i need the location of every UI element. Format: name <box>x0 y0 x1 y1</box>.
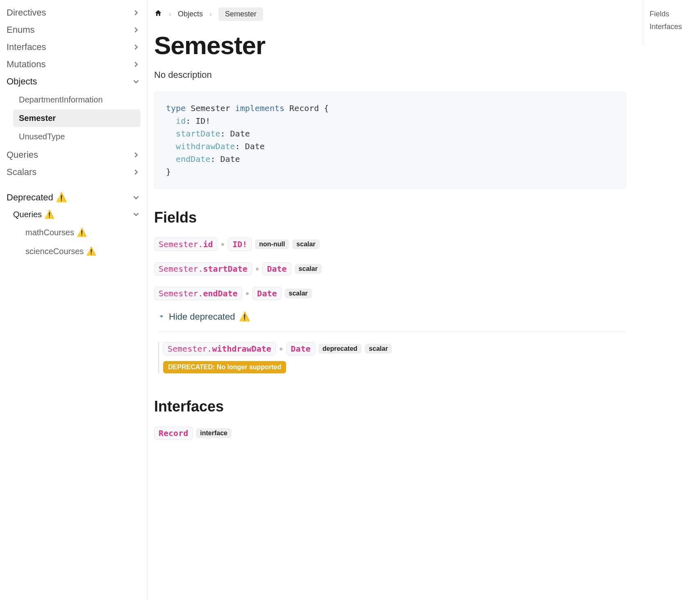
sidebar-group-deprecated[interactable]: Deprecated ⚠️ <box>7 189 141 206</box>
warning-icon: ⚠️ <box>239 311 250 322</box>
main-content: › Objects › Semester Semester No descrip… <box>148 0 643 600</box>
field-name-chip[interactable]: Semester.id <box>154 238 217 251</box>
sidebar: Directives Enums Interfaces Mutations Ob… <box>0 0 148 600</box>
sidebar-sub-deprecated-queries: mathCourses ⚠️ scienceCourses ⚠️ <box>13 223 141 260</box>
warning-icon: ⚠️ <box>86 246 96 256</box>
page-description: No description <box>154 70 626 80</box>
chevron-down-icon <box>132 77 141 86</box>
sidebar-label: Enums <box>7 25 34 35</box>
field-type-chip[interactable]: Date <box>252 287 281 300</box>
deprecated-field-block: Semester.withdrawDate ● Date deprecated … <box>158 342 626 373</box>
interface-row-record: Record interface <box>154 427 626 440</box>
sidebar-label: Mutations <box>7 59 45 70</box>
sidebar-label: Deprecated ⚠️ <box>7 192 67 203</box>
toc: Fields Interfaces <box>643 0 700 45</box>
sidebar-group-queries[interactable]: Queries <box>7 146 141 164</box>
breadcrumb-current: Semester <box>218 7 263 21</box>
sidebar-group-scalars[interactable]: Scalars <box>7 164 141 181</box>
divider <box>158 331 626 332</box>
sidebar-label: Objects <box>7 76 37 87</box>
chevron-right-icon <box>132 150 141 159</box>
sidebar-group-directives[interactable]: Directives <box>7 4 141 21</box>
field-name-chip[interactable]: Semester.startDate <box>154 262 252 275</box>
sidebar-group-enums[interactable]: Enums <box>7 21 141 39</box>
sidebar-item-unusedtype[interactable]: UnusedType <box>13 128 141 145</box>
badge-scalar: scalar <box>295 264 322 274</box>
badge-interface: interface <box>196 428 232 438</box>
field-row-withdrawdate: Semester.withdrawDate ● Date deprecated … <box>163 342 626 355</box>
sidebar-group-interfaces[interactable]: Interfaces <box>7 39 141 56</box>
field-name-chip[interactable]: Semester.endDate <box>154 287 242 300</box>
deprecated-message: DEPRECATED: No longer supported <box>163 361 286 373</box>
field-type-chip[interactable]: ID! <box>228 238 252 251</box>
sidebar-item-semester[interactable]: Semester <box>13 109 141 127</box>
chevron-down-icon <box>132 210 141 219</box>
field-type-chip[interactable]: Date <box>286 342 315 355</box>
breadcrumb-objects[interactable]: Objects <box>178 10 203 18</box>
hide-deprecated-toggle[interactable]: Hide deprecated ⚠️ <box>158 311 626 322</box>
bullet-icon: ● <box>245 290 250 297</box>
breadcrumb: › Objects › Semester <box>154 7 626 21</box>
bullet-icon: ● <box>255 265 259 273</box>
sidebar-sub-deprecated: Queries ⚠️ mathCourses ⚠️ scienceCourses… <box>7 206 141 260</box>
caret-down-icon <box>158 311 165 322</box>
type-definition-code: type Semester implements Record { id: ID… <box>154 92 626 189</box>
sidebar-item-mathcourses[interactable]: mathCourses ⚠️ <box>20 223 141 241</box>
badge-scalar: scalar <box>365 344 392 354</box>
badge-nonnull: non-null <box>255 239 289 249</box>
sidebar-label: Queries <box>7 150 38 160</box>
home-icon[interactable] <box>154 9 162 19</box>
field-name-chip[interactable]: Semester.withdrawDate <box>163 342 276 355</box>
sidebar-group-mutations[interactable]: Mutations <box>7 56 141 73</box>
toc-fields[interactable]: Fields <box>650 10 693 18</box>
interfaces-section-title: Interfaces <box>154 398 626 415</box>
chevron-right-icon <box>132 8 141 17</box>
field-row-enddate: Semester.endDate ● Date scalar <box>154 287 626 300</box>
chevron-right-icon <box>132 25 141 34</box>
page-title: Semester <box>154 31 626 60</box>
sidebar-group-deprecated-queries[interactable]: Queries ⚠️ <box>13 206 141 223</box>
field-type-chip[interactable]: Date <box>262 262 291 275</box>
interface-chip[interactable]: Record <box>154 427 193 440</box>
badge-deprecated: deprecated <box>318 344 361 354</box>
sidebar-item-sciencecourses[interactable]: scienceCourses ⚠️ <box>20 242 141 260</box>
warning-icon: ⚠️ <box>56 192 67 203</box>
hide-deprecated-label: Hide deprecated <box>169 311 235 322</box>
fields-section-title: Fields <box>154 209 626 226</box>
sidebar-group-objects[interactable]: Objects <box>7 73 141 90</box>
sidebar-item-departmentinformation[interactable]: DepartmentInformation <box>13 91 141 109</box>
field-row-id: Semester.id ● ID! non-null scalar <box>154 238 626 251</box>
chevron-down-icon <box>132 193 141 202</box>
warning-icon: ⚠️ <box>77 227 87 237</box>
badge-scalar: scalar <box>292 239 319 249</box>
sidebar-label: Interfaces <box>7 42 46 52</box>
chevron-right-icon: › <box>169 10 171 18</box>
bullet-icon: ● <box>220 241 225 248</box>
toc-interfaces[interactable]: Interfaces <box>650 23 693 31</box>
badge-scalar: scalar <box>285 289 312 298</box>
chevron-right-icon <box>132 168 141 177</box>
chevron-right-icon: › <box>209 10 212 18</box>
sidebar-label: Queries ⚠️ <box>13 209 55 219</box>
svg-marker-0 <box>160 316 163 318</box>
chevron-right-icon <box>132 60 141 69</box>
sidebar-label: Directives <box>7 7 46 18</box>
sidebar-sub-objects: DepartmentInformation Semester UnusedTyp… <box>7 91 141 145</box>
warning-icon: ⚠️ <box>44 209 55 219</box>
sidebar-label: Scalars <box>7 167 36 177</box>
chevron-right-icon <box>132 43 141 52</box>
field-row-startdate: Semester.startDate ● Date scalar <box>154 262 626 275</box>
bullet-icon: ● <box>279 345 283 352</box>
